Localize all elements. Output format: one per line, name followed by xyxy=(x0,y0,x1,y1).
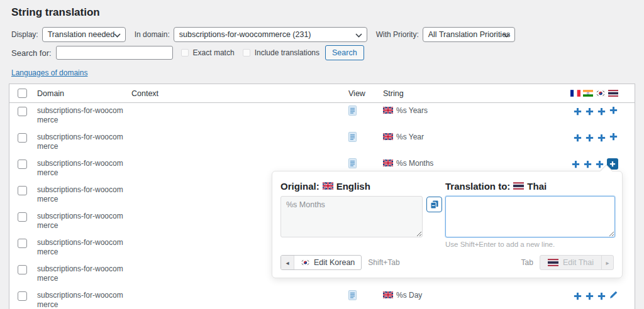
thailand-flag-icon xyxy=(548,259,558,266)
domain-select[interactable]: subscriptions-for-woocommerce (231) xyxy=(174,27,367,42)
next-language-arrow-icon: ▸ xyxy=(601,256,613,269)
original-heading: Original: English xyxy=(280,178,423,193)
row-string-text: %s Months xyxy=(396,159,433,168)
row-domain: subscriptions-for-woocommerce xyxy=(37,235,125,257)
add-hindi-translation-icon[interactable] xyxy=(585,133,594,143)
languages-of-domains-link[interactable]: Languages of domains xyxy=(11,68,87,77)
row-checkbox[interactable] xyxy=(18,291,27,301)
thai-translation-action-slot xyxy=(609,106,618,117)
row-view-cell xyxy=(348,288,383,302)
search-label: Search for: xyxy=(11,48,52,58)
translation-text-area[interactable] xyxy=(445,196,615,237)
row-checkbox[interactable] xyxy=(18,239,27,248)
edit-korean-button[interactable]: ◂ Edit Korean xyxy=(280,255,362,270)
row-string-text: %s Day xyxy=(396,291,422,300)
view-document-icon[interactable] xyxy=(348,132,357,142)
include-translations-label: Include translations xyxy=(255,48,319,57)
row-checkbox[interactable] xyxy=(18,265,27,274)
language-flags-header xyxy=(553,90,635,97)
prev-shortcut-label: Shift+Tab xyxy=(368,258,399,267)
search-button[interactable]: Search xyxy=(325,45,364,60)
row-translation-actions xyxy=(553,156,635,170)
translation-editor-popup: Original: English Translation to: Thai %… xyxy=(272,171,623,278)
row-domain: subscriptions-for-woocommerce xyxy=(37,209,125,230)
table-header: Domain Context View String xyxy=(9,84,635,103)
table-row: subscriptions-for-woocommerce %s Day xyxy=(9,288,635,309)
add-korean-translation-icon[interactable] xyxy=(597,107,606,116)
row-checkbox[interactable] xyxy=(18,186,27,195)
original-text-area: %s Months xyxy=(280,196,423,237)
row-domain: subscriptions-for-woocommerce xyxy=(37,129,125,151)
table-row: subscriptions-for-woocommerce %s Years xyxy=(9,103,635,129)
row-string-cell: %s Years xyxy=(383,103,553,115)
row-domain: subscriptions-for-woocommerce xyxy=(37,261,125,283)
add-thai-translation-icon[interactable] xyxy=(609,132,618,141)
select-all-checkbox[interactable] xyxy=(18,89,27,98)
add-french-translation-icon[interactable] xyxy=(573,133,582,143)
priority-select[interactable]: All Translation Priorities xyxy=(423,27,515,42)
edit-thai-translation-icon[interactable] xyxy=(609,290,618,300)
chevron-down-icon xyxy=(503,33,510,38)
thai-translation-action-slot xyxy=(609,290,618,301)
india-flag-icon xyxy=(583,90,593,97)
row-string-cell: %s Months xyxy=(383,156,553,168)
display-select[interactable]: Translation needed xyxy=(42,27,126,42)
edit-thai-button: Edit Thai ▸ xyxy=(540,255,614,270)
table-row: subscriptions-for-woocommerce %s Year xyxy=(9,129,635,156)
thailand-flag-icon xyxy=(513,182,524,190)
copy-icon xyxy=(430,200,439,209)
row-checkbox[interactable] xyxy=(18,133,27,143)
view-document-icon[interactable] xyxy=(348,158,357,168)
row-view-cell xyxy=(348,129,383,144)
add-hindi-translation-icon[interactable] xyxy=(583,160,592,169)
row-checkbox[interactable] xyxy=(18,107,27,116)
previous-language-arrow-icon[interactable]: ◂ xyxy=(281,256,294,269)
row-string-cell: %s Day xyxy=(383,288,553,300)
uk-flag-icon xyxy=(383,107,393,114)
row-domain: subscriptions-for-woocommerce xyxy=(37,288,125,309)
row-translation-actions xyxy=(553,288,635,301)
row-checkbox[interactable] xyxy=(18,212,27,222)
add-french-translation-icon[interactable] xyxy=(573,107,582,116)
row-view-cell xyxy=(348,156,383,170)
view-document-icon[interactable] xyxy=(348,106,357,116)
south-korea-flag-icon xyxy=(596,90,606,97)
add-hindi-translation-icon[interactable] xyxy=(585,291,594,301)
add-hindi-translation-icon[interactable] xyxy=(585,107,594,116)
new-line-hint: Use Shift+Enter to add a new line. xyxy=(445,237,615,248)
exact-match-checkbox[interactable] xyxy=(181,49,189,57)
include-translations-checkbox[interactable] xyxy=(243,49,250,57)
add-french-translation-icon[interactable] xyxy=(571,160,580,169)
chevron-down-icon xyxy=(114,33,121,38)
view-column-header: View xyxy=(348,89,383,98)
copy-original-button[interactable] xyxy=(426,197,442,212)
domain-column-header: Domain xyxy=(37,89,131,98)
add-korean-translation-icon[interactable] xyxy=(597,133,606,143)
display-label: Display: xyxy=(11,30,38,39)
add-korean-translation-icon[interactable] xyxy=(597,291,606,301)
page-title: String translation xyxy=(0,0,644,19)
translation-heading: Translation to: Thai xyxy=(445,178,615,193)
search-bar: Search for: Exact match Include translat… xyxy=(0,45,644,60)
add-french-translation-icon[interactable] xyxy=(573,291,582,301)
row-string-text: %s Year xyxy=(396,133,424,141)
uk-flag-icon xyxy=(383,291,393,298)
exact-match-label: Exact match xyxy=(193,48,235,57)
context-column-header: Context xyxy=(131,89,348,98)
south-korea-flag-icon xyxy=(301,259,310,266)
search-input[interactable] xyxy=(56,46,173,60)
row-domain: subscriptions-for-woocommerce xyxy=(37,156,125,178)
row-checkbox[interactable] xyxy=(18,160,27,169)
row-string-cell: %s Year xyxy=(383,129,553,141)
domain-label: In domain: xyxy=(135,30,170,39)
uk-flag-icon xyxy=(323,182,333,190)
uk-flag-icon xyxy=(383,133,393,140)
string-column-header: String xyxy=(383,89,553,98)
next-shortcut-label: Tab xyxy=(521,258,533,267)
row-string-text: %s Years xyxy=(396,106,428,115)
view-document-icon[interactable] xyxy=(348,290,357,300)
row-translation-actions xyxy=(553,129,635,143)
france-flag-icon xyxy=(570,90,580,97)
add-thai-translation-icon[interactable] xyxy=(609,106,618,115)
row-translation-actions xyxy=(553,103,635,117)
